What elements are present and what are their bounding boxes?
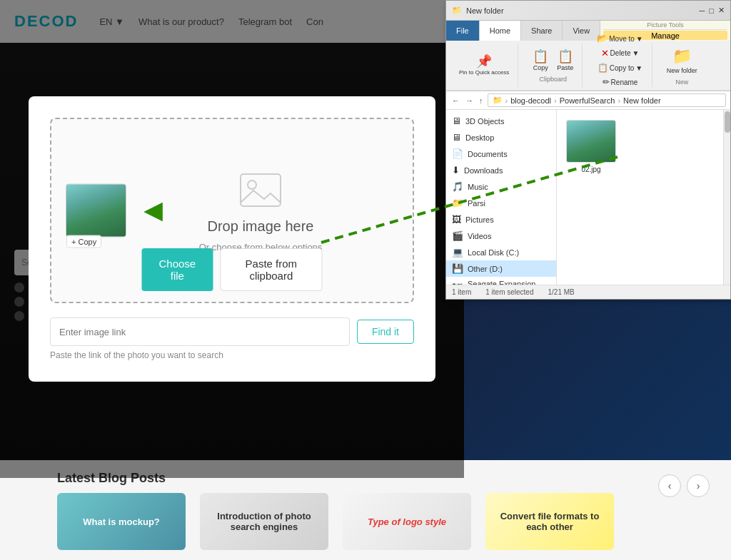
sidebar-label-pictures: Pictures [465,215,494,224]
folder-documents-icon: 📄 [452,148,463,159]
file-explorer-content: 🖥 3D Objects 🖥 Desktop 📄 Documents ⬇ Dow… [446,110,730,285]
clipboard-buttons: 📋 Copy 📋 Paste [530,49,576,73]
choose-file-button[interactable]: Choose file [142,248,213,291]
sidebar-item-music[interactable]: 🎵 Music [446,178,556,195]
ribbon-toolbar: 📌 Pin to Quick access 📋 Copy 📋 Paste C [446,41,730,91]
drive-c-icon: 💻 [452,247,463,258]
blog-card-mockup[interactable]: What is mockup? [57,493,186,550]
picture-tools-label: Picture Tools [603,21,727,30]
folder-desktop-icon: 🖥 [452,132,461,143]
paste-button[interactable]: 📋 Paste [554,49,576,73]
close-button[interactable]: ✕ [718,6,725,15]
sidebar-item-other-d[interactable]: 💾 Other (D:) [446,260,556,277]
sidebar-item-3d-objects[interactable]: 🖥 3D Objects [446,113,556,129]
sidebar-label-music: Music [468,183,488,191]
image-link-section: Find it Paste the link of the photo you … [50,317,414,360]
blog-prev-button[interactable]: ‹ [658,474,681,497]
blog-card-convert[interactable]: Convert file formats to each other [485,493,614,550]
delete-icon: ✕ [601,48,609,58]
sidebar-item-parsi[interactable]: 📁 Parsi [446,195,556,211]
tab-home[interactable]: Home [480,21,521,41]
sidebar-item-desktop[interactable]: 🖥 Desktop [446,129,556,146]
sidebar-label-parsi: Parsi [468,199,485,208]
toolbar-group-pin: 📌 Pin to Quick access [450,44,518,87]
pin-icon: 📌 [476,55,492,68]
copy-label: Copy [533,64,548,71]
up-button[interactable]: ↑ [478,95,485,106]
rename-icon: ✏ [603,77,610,87]
copy-to-button[interactable]: 📋 Copy to ▼ [595,61,645,74]
breadcrumb-root[interactable]: blog-decodl [510,96,551,105]
blog-next-button[interactable]: › [687,474,710,497]
sidebar-item-local-disk[interactable]: 💻 Local Disk (C:) [446,244,556,260]
file-main-area: 02.jpg [557,110,723,285]
minimize-button[interactable]: ─ [700,6,705,15]
modal-action-buttons: Choose file Paste from clipboard [142,248,323,291]
new-folder-label: New folder [667,67,697,74]
find-it-button[interactable]: Find it [357,320,414,344]
blog-card-logo[interactable]: Type of logo style [343,493,471,550]
paste-clipboard-button[interactable]: Paste from clipboard [220,248,322,291]
breadcrumb-folder1[interactable]: PowerfulSearch [560,96,615,105]
move-to-button[interactable]: 📂 Move to ▼ [594,32,645,45]
svg-rect-0 [241,174,281,206]
breadcrumb-item-1[interactable]: 📁 [493,96,503,105]
sidebar-item-pictures[interactable]: 🖼 Pictures [446,211,556,228]
status-bar: 1 item 1 item selected 1/21 MB [446,285,730,299]
sidebar-item-documents[interactable]: 📄 Documents [446,146,556,162]
status-size: 1/21 MB [548,288,575,296]
title-text: New folder [466,6,695,15]
drop-zone-content: Drop image here Or choose from below opt… [199,168,323,253]
drop-zone[interactable]: + Copy ◀ Drop image here Or choose from … [50,118,414,303]
sidebar-scrollbar[interactable] [723,110,730,285]
file-name: 02.jpg [581,166,600,173]
folder-pictures-icon: 🖼 [452,214,461,225]
sidebar-label-documents: Documents [468,150,508,158]
pin-label: Pin to Quick access [459,69,509,76]
forward-button[interactable]: → [464,95,475,106]
toolbar-group-clipboard: 📋 Copy 📋 Paste Clipboard [524,44,583,87]
drive-d-icon: 💾 [452,263,463,274]
sidebar-label-downloads: Downloads [464,166,503,175]
image-placeholder-icon [239,168,282,211]
copy-button[interactable]: 📋 Copy [530,49,551,73]
address-bar: ← → ↑ 📁 › blog-decodl › PowerfulSearch ›… [446,91,730,110]
new-folder-button[interactable]: 📁 New folder [664,46,700,76]
paste-icon: 📋 [558,50,573,63]
status-selected: 1 item selected [485,288,533,296]
image-link-row: Find it [50,317,414,346]
folder-parsi-icon: 📁 [452,198,463,208]
folder-downloads-icon: ⬇ [452,165,460,175]
sidebar-label-local-disk: Local Disk (C:) [468,248,519,257]
status-count: 1 item [452,288,471,296]
tab-share[interactable]: Share [521,21,563,41]
tab-file[interactable]: File [446,21,480,41]
sidebar-label-3d-objects: 3D Objects [465,117,504,126]
folder-music-icon: 🎵 [452,181,463,192]
blog-card-photo[interactable]: Introduction of photo search engines [200,493,328,550]
modal-overlay: + Copy ◀ Drop image here Or choose from … [0,0,464,478]
sidebar-label-videos: Videos [468,232,491,240]
folder-3d-icon: 🖥 [452,116,461,126]
sidebar-item-videos[interactable]: 🎬 Videos [446,228,556,244]
sidebar-label-seagate: Seagate Expansion Drive (E:) [468,280,550,285]
paste-label: Paste [557,64,573,71]
maximize-button[interactable]: □ [709,6,714,15]
delete-button[interactable]: ✕ Delete ▼ [598,46,642,60]
back-button[interactable]: ← [450,95,461,106]
breadcrumb-folder2[interactable]: New folder [623,96,661,105]
breadcrumb: 📁 › blog-decodl › PowerfulSearch › New f… [488,93,727,107]
file-item-02jpg[interactable]: 02.jpg [563,116,620,178]
link-hint: Paste the link of the photo you want to … [50,350,414,360]
sidebar-item-seagate[interactable]: 💾 Seagate Expansion Drive (E:) [446,277,556,285]
image-link-input[interactable] [50,317,350,346]
pin-to-quick-access-button[interactable]: 📌 Pin to Quick access [456,54,512,77]
scroll-thumb[interactable] [725,111,730,133]
svg-point-1 [248,180,256,189]
sidebar-item-downloads[interactable]: ⬇ Downloads [446,162,556,178]
rename-button[interactable]: ✏ Rename [600,76,641,88]
clipboard-group-label: Clipboard [539,76,567,83]
drop-text: Drop image here [208,218,314,235]
folder-videos-icon: 🎬 [452,230,463,241]
sidebar-label-desktop: Desktop [465,133,494,142]
